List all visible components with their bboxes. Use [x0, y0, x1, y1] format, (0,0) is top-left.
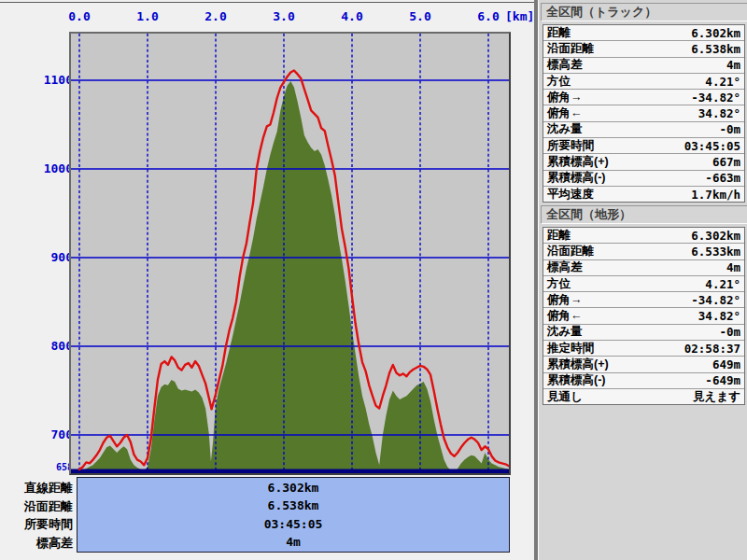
row-label: 沿面距離: [543, 41, 594, 57]
y-axis-tick-label: 700: [13, 427, 73, 442]
table-row: 標高差4m: [543, 58, 744, 74]
row-label: 俯角←: [543, 308, 583, 324]
row-label: 累積標高(-): [543, 372, 606, 388]
elevation-profile-svg: [71, 34, 509, 473]
row-value: 6.538km: [594, 42, 744, 56]
row-value: 649m: [609, 357, 744, 371]
row-label: 俯角←: [543, 105, 583, 121]
row-label: 沿面距離: [543, 244, 594, 259]
x-axis-tick-label: 4.0: [325, 9, 379, 24]
table-row: 推定時間02:58:37: [543, 341, 744, 357]
row-value: 1.7km/h: [594, 188, 744, 202]
summary-value: 6.302km: [78, 479, 509, 497]
row-value: 4.21°: [571, 75, 744, 89]
row-label: 沈み量: [543, 121, 583, 137]
table-row: 距離6.302km: [543, 228, 744, 244]
row-value: 667m: [609, 155, 744, 169]
table-row: 距離6.302km: [543, 25, 744, 41]
table-row: 所要時間03:45:05: [543, 138, 744, 154]
table-row: 方位4.21°: [543, 276, 744, 292]
row-value: -0m: [583, 122, 744, 136]
table-row: 沿面距離6.538km: [543, 41, 744, 57]
summary-value: 6.538km: [78, 497, 509, 515]
row-label: 俯角→: [543, 90, 583, 105]
summary-value: 4m: [78, 533, 509, 552]
table-row: 累積標高(+)649m: [543, 357, 744, 372]
row-value: -0m: [583, 325, 744, 339]
x-axis-tick-label: 0.0: [52, 9, 106, 24]
row-value: -34.82°: [583, 91, 745, 105]
window-top-border: [0, 2, 535, 3]
table-row: 沿面距離6.533km: [543, 244, 744, 259]
row-label: 平均速度: [543, 187, 594, 203]
row-value: 6.302km: [571, 26, 744, 40]
row-value: 03:45:05: [594, 139, 744, 153]
table-row: 累積標高(-)-649m: [543, 373, 744, 389]
table-row: 俯角←34.82°: [543, 105, 744, 121]
row-label: 見通し: [543, 389, 583, 405]
y-axis-tick-label: 1100: [13, 73, 73, 88]
row-label: 標高差: [543, 57, 583, 73]
table-row: 累積標高(+)667m: [543, 154, 744, 170]
row-label: 距離: [543, 228, 571, 244]
table-row: 沈み量-0m: [543, 122, 744, 138]
row-label: 推定時間: [543, 341, 594, 357]
panel-table-terrain: 距離6.302km沿面距離6.533km標高差4m方位4.21°俯角→-34.8…: [543, 227, 745, 405]
y-axis-tick-label: 800: [13, 339, 73, 354]
row-label: 方位: [543, 276, 571, 292]
row-value: 見えます: [583, 389, 744, 405]
table-row: 方位4.21°: [543, 74, 744, 90]
y-axis-tick-label: 1000: [13, 161, 73, 176]
row-value: 34.82°: [583, 106, 745, 120]
row-label: 所要時間: [543, 138, 594, 154]
terrain-area: [79, 81, 509, 473]
baseline-band: [71, 469, 509, 474]
info-panel: 全区間（トラック）距離6.302km沿面距離6.538km標高差4m方位4.21…: [539, 0, 747, 560]
row-value: -34.82°: [583, 293, 745, 307]
table-row: 累積標高(-)-663m: [543, 171, 744, 187]
row-value: 6.533km: [594, 245, 744, 259]
row-value: -649m: [606, 373, 745, 387]
summary-value-box: 6.302km6.538km03:45:054m: [77, 477, 510, 553]
y-axis-tick-label: 900: [13, 250, 73, 265]
row-value: 4.21°: [571, 277, 744, 291]
elevation-graph-window: 0.01.02.03.04.05.06.0[km] 11001000900800…: [0, 0, 747, 560]
x-axis-tick-label: 1.0: [120, 9, 175, 24]
table-row: 標高差4m: [543, 260, 744, 276]
panel-table-track: 距離6.302km沿面距離6.538km標高差4m方位4.21°俯角→-34.8…: [543, 24, 745, 203]
row-value: 02:58:37: [594, 342, 744, 356]
summary-label: 沿面距離: [0, 497, 73, 515]
row-label: 累積標高(+): [543, 357, 609, 372]
elevation-profile-plot[interactable]: [69, 32, 511, 475]
chart-region: 0.01.02.03.04.05.06.0[km] 11001000900800…: [0, 0, 535, 560]
row-value: 4m: [583, 260, 745, 274]
row-label: 累積標高(-): [543, 170, 606, 186]
panel-title-track: 全区間（トラック）: [541, 3, 747, 21]
row-value: -663m: [606, 171, 745, 185]
row-label: 標高差: [543, 259, 583, 275]
summary-label: 直線距離: [0, 479, 73, 497]
summary-label: 所要時間: [0, 515, 73, 533]
table-row: 俯角→-34.82°: [543, 90, 744, 105]
row-value: 6.302km: [571, 229, 744, 243]
row-value: 34.82°: [583, 309, 745, 323]
summary-label: 標高差: [0, 534, 73, 552]
x-axis-tick-label: 2.0: [189, 9, 243, 24]
table-row: 俯角→-34.82°: [543, 292, 744, 308]
row-label: 沈み量: [543, 324, 583, 340]
row-label: 距離: [543, 25, 571, 41]
x-axis-tick-label: 3.0: [257, 9, 311, 24]
summary-value: 03:45:05: [78, 515, 509, 534]
row-label: 俯角→: [543, 292, 583, 308]
table-row: 平均速度1.7km/h: [543, 187, 744, 202]
table-row: 見通し見えます: [543, 389, 744, 404]
row-value: 4m: [583, 58, 745, 72]
table-row: 沈み量-0m: [543, 325, 744, 341]
panel-title-terrain: 全区間（地形）: [541, 205, 747, 224]
x-axis-tick-label: 5.0: [393, 9, 447, 24]
table-row: 俯角←34.82°: [543, 308, 744, 324]
row-label: 累積標高(+): [543, 154, 609, 170]
y-axis-min-label: 658: [13, 462, 73, 473]
row-label: 方位: [543, 74, 571, 90]
